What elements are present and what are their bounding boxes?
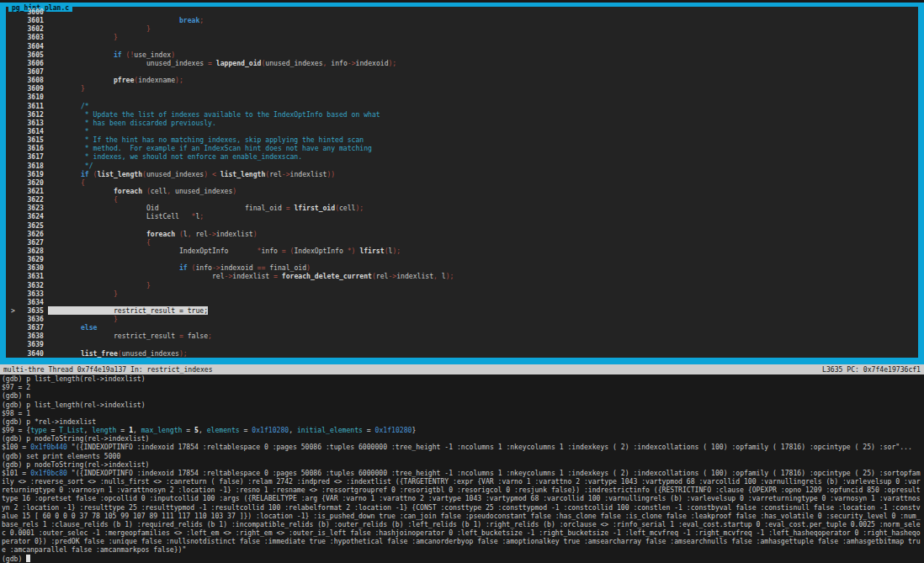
console-line: alue 15 [ 60 0 0 0 37 78 105 99 107 89 1… (2, 512, 924, 520)
source-pane[interactable]: 3600 3601 break; 3602 } 3603 } 3604 3605… (6, 7, 918, 358)
source-line: 3614 * (6, 127, 918, 135)
console-line: ily <> :reverse_sort <> :nulls_first <> … (2, 477, 924, 486)
line-number: 3636 (21, 315, 44, 323)
line-number: 3621 (21, 187, 44, 195)
source-line: 3609 } (6, 84, 918, 93)
line-number: 3629 (21, 255, 44, 263)
source-line: 3633 } (6, 289, 918, 298)
source-line: 3615 * If the hint has no matching index… (6, 135, 918, 144)
source-line: 3605 if (!use_index) (6, 50, 918, 59)
source-code-text: * Update the list of indexes available t… (44, 110, 380, 119)
source-code-text: if (list_length(unused_indexes) < list_l… (44, 170, 335, 178)
source-code-text: } (44, 84, 85, 93)
line-marker-gutter (6, 50, 21, 59)
line-marker-gutter (6, 76, 21, 84)
line-marker-gutter (6, 340, 21, 348)
status-bar: multi-thre Thread 0x7f4e19a137 In: restr… (0, 364, 924, 374)
source-code-text (44, 42, 48, 50)
line-marker-gutter (6, 272, 21, 280)
source-code-text: * If the hint has no matching indexes, s… (44, 135, 364, 144)
source-line: 3638 restrict_result = false; (6, 332, 918, 340)
source-line: 3602 } (6, 24, 918, 33)
console-line: type 16 :opretset false :opcollid 0 :inp… (2, 494, 924, 502)
current-line-marker: > (6, 306, 21, 315)
source-window-frame: pg_hint_plan.c 3600 3601 break; 3602 } 3… (0, 3, 924, 364)
line-number: 3616 (21, 144, 44, 152)
line-number: 3614 (21, 127, 44, 135)
source-code-text: foreach (l, rel->indexlist) (44, 230, 258, 238)
line-marker-gutter (6, 204, 21, 212)
line-number: 3640 (21, 349, 44, 358)
line-number: 3625 (21, 221, 44, 230)
line-marker-gutter (6, 135, 21, 144)
source-line: 3603 } (6, 33, 918, 41)
status-thread-info: multi-thre Thread 0x7f4e19a137 In: restr… (3, 364, 213, 374)
source-line: 3632 } (6, 281, 918, 289)
console-line: (gdb) set print elements 5000 (2, 452, 924, 460)
source-code-text: list_free(unused_indexes); (44, 349, 188, 358)
line-marker-gutter (6, 247, 21, 255)
line-number: 3631 (21, 272, 44, 280)
source-line: 3619 if (list_length(unused_indexes) < l… (6, 170, 918, 178)
source-line: 3627 { (6, 238, 918, 247)
console-line: (gdb) p list_length(rel->indexlist) (2, 401, 924, 409)
line-number: 3633 (21, 289, 44, 298)
line-marker-gutter (6, 144, 21, 152)
line-number: 3605 (21, 50, 44, 59)
line-number: 3638 (21, 332, 44, 340)
line-marker-gutter (6, 119, 21, 127)
source-code-text: else (44, 323, 97, 332)
line-marker-gutter (6, 178, 21, 187)
source-line: 3624 ListCell *l; (6, 212, 918, 220)
source-line: >3635 restrict_result = true; (6, 306, 918, 315)
console-line: e :amcanparallel false :amcanmarkpos fal… (2, 545, 924, 554)
console-line: returningtype 0 :varnosyn 1 :varattnosyn… (2, 486, 924, 494)
line-marker-gutter (6, 59, 21, 67)
source-line: 3616 * method. For example if an IndexSc… (6, 144, 918, 152)
line-number: 3608 (21, 76, 44, 84)
line-marker-gutter (6, 221, 21, 230)
line-number: 3619 (21, 170, 44, 178)
line-marker-gutter (6, 238, 21, 247)
line-marker-gutter (6, 84, 21, 93)
line-number: 3606 (21, 59, 44, 67)
console-line: yn 2 :location -1} :resulttype 25 :resul… (2, 503, 924, 512)
console-line: (gdb) p list_length(rel->indexlist) (2, 374, 924, 383)
console-line: $97 = 2 (2, 383, 924, 391)
source-line: 3620 { (6, 178, 918, 187)
source-line: 3622 { (6, 195, 918, 204)
source-code-text: rel->indexlist = foreach_delete_current(… (44, 272, 454, 280)
source-line: 3623 Oid final_oid = lfirst_oid(cell); (6, 204, 918, 212)
gdb-console[interactable]: (gdb) p list_length(rel->indexlist)$97 =… (0, 374, 924, 563)
line-number: 3617 (21, 152, 44, 161)
source-code-text: { (44, 238, 151, 247)
console-line: (gdb) p nodeToString(rel->indexlist) (2, 434, 924, 443)
source-code-text: } (44, 315, 118, 323)
line-number: 3630 (21, 263, 44, 272)
source-line: 3625 (6, 221, 918, 230)
source-line: 3618 */ (6, 162, 918, 170)
source-code-text: * (44, 127, 89, 135)
line-number: 3603 (21, 33, 44, 41)
line-number: 3626 (21, 230, 44, 238)
console-line: c 0.0001 :outer_selec -1 :mergeopfamilie… (2, 528, 924, 537)
line-marker-gutter (6, 67, 21, 76)
source-code-text: * has been discarded previously. (44, 119, 216, 127)
line-marker-gutter (6, 187, 21, 195)
source-code-text: */ (44, 162, 93, 170)
line-number: 3602 (21, 24, 44, 33)
terminal-screen: pg_hint_plan.c 3600 3601 break; 3602 } 3… (0, 0, 924, 563)
line-marker-gutter (6, 323, 21, 332)
source-code-text: pfree(indexname); (44, 76, 183, 84)
line-marker-gutter (6, 152, 21, 161)
source-code-text (44, 221, 48, 230)
console-line: (gdb) (2, 555, 924, 563)
source-line: 3621 foreach (cell, unused_indexes) (6, 187, 918, 195)
line-marker-gutter (6, 332, 21, 340)
line-number: 3609 (21, 84, 44, 93)
line-marker-gutter (6, 24, 21, 33)
source-line: 3604 (6, 42, 918, 50)
line-marker-gutter (6, 315, 21, 323)
source-line: 3640 list_free(unused_indexes); (6, 349, 918, 358)
terminal-cursor[interactable] (26, 555, 30, 562)
